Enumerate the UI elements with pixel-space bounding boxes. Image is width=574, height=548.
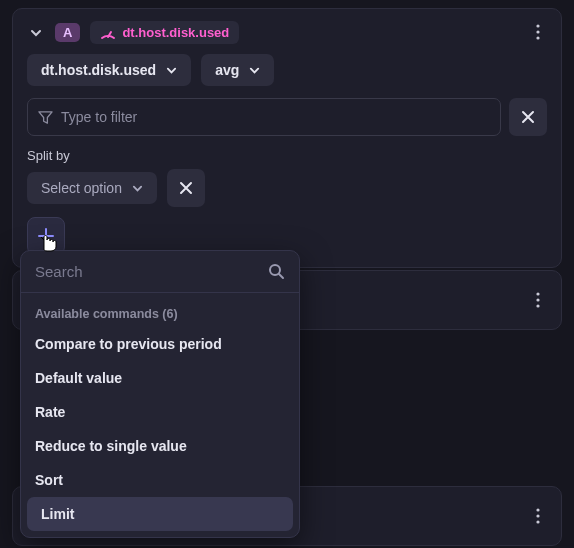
- kebab-icon: [536, 292, 540, 308]
- chevron-down-icon: [132, 183, 143, 194]
- kebab-icon: [536, 508, 540, 524]
- series-badge: A: [55, 23, 80, 42]
- aggregation-label: avg: [215, 62, 239, 78]
- command-item[interactable]: Compare to previous period: [21, 327, 299, 361]
- popover-search-row: [21, 251, 299, 293]
- command-item[interactable]: Sort: [21, 463, 299, 497]
- metric-selector-label: dt.host.disk.used: [41, 62, 156, 78]
- svg-point-2: [536, 30, 539, 33]
- svg-point-10: [536, 514, 539, 517]
- query-panel: A dt.host.disk.used dt.host.disk.used av…: [12, 8, 562, 268]
- splitby-row: Select option: [27, 169, 547, 207]
- splitby-select[interactable]: Select option: [27, 172, 157, 204]
- panel-menu-button[interactable]: [525, 19, 551, 45]
- kebab-icon: [536, 24, 540, 40]
- command-item[interactable]: Rate: [21, 395, 299, 429]
- metric-selector[interactable]: dt.host.disk.used: [27, 54, 191, 86]
- svg-point-8: [536, 304, 539, 307]
- svg-point-3: [536, 36, 539, 39]
- command-item[interactable]: Default value: [21, 361, 299, 395]
- filter-icon: [38, 110, 53, 125]
- svg-point-7: [536, 298, 539, 301]
- close-icon: [179, 181, 193, 195]
- splitby-placeholder: Select option: [41, 180, 122, 196]
- panel-header: A dt.host.disk.used: [27, 21, 547, 44]
- close-icon: [521, 110, 535, 124]
- clear-filter-button[interactable]: [509, 98, 547, 136]
- svg-line-5: [279, 274, 283, 278]
- chevron-down-icon: [249, 65, 260, 76]
- metric-name: dt.host.disk.used: [122, 25, 229, 40]
- panel-menu-button[interactable]: [525, 503, 551, 529]
- panel-menu-button[interactable]: [525, 287, 551, 313]
- clear-splitby-button[interactable]: [167, 169, 205, 207]
- metric-icon: [100, 26, 116, 40]
- filter-input[interactable]: [61, 109, 490, 125]
- svg-point-9: [536, 508, 539, 511]
- metric-chip[interactable]: dt.host.disk.used: [90, 21, 239, 44]
- command-item[interactable]: Reduce to single value: [21, 429, 299, 463]
- metric-controls: dt.host.disk.used avg: [27, 54, 547, 86]
- collapse-toggle[interactable]: [27, 24, 45, 42]
- svg-point-1: [536, 24, 539, 27]
- svg-point-11: [536, 520, 539, 523]
- chevron-down-icon: [166, 65, 177, 76]
- chevron-down-icon: [30, 27, 42, 39]
- command-search-input[interactable]: [35, 263, 260, 280]
- command-item[interactable]: Limit: [27, 497, 293, 531]
- svg-point-6: [536, 292, 539, 295]
- popover-heading: Available commands (6): [21, 293, 299, 327]
- popover-items: Compare to previous periodDefault valueR…: [21, 327, 299, 531]
- aggregation-selector[interactable]: avg: [201, 54, 274, 86]
- command-popover: Available commands (6) Compare to previo…: [20, 250, 300, 538]
- filter-row: [27, 98, 547, 136]
- splitby-label: Split by: [27, 148, 547, 163]
- search-icon: [268, 263, 285, 280]
- plus-icon: [37, 227, 55, 245]
- filter-input-wrapper[interactable]: [27, 98, 501, 136]
